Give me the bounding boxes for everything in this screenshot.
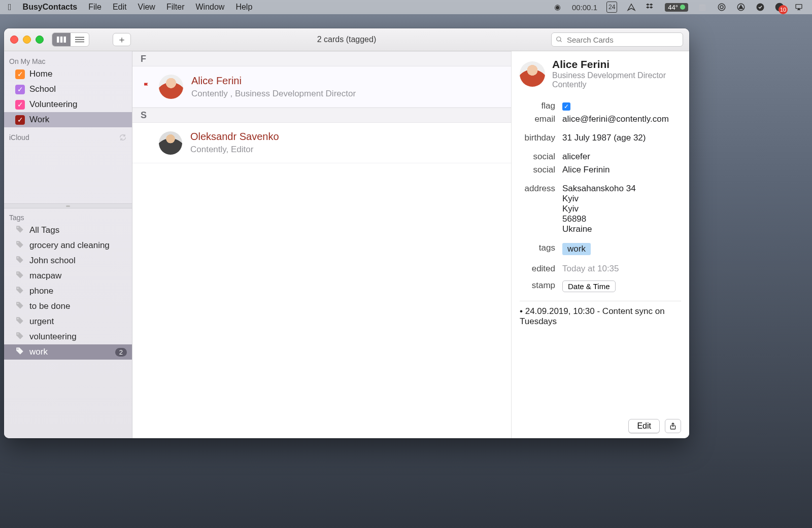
sidebar-tag-phone[interactable]: phone <box>4 284 132 299</box>
card-row[interactable]: Alice Ferini Contently , Business Develo… <box>132 66 511 108</box>
svg-rect-10 <box>75 39 84 40</box>
detail-label-stamp: stamp <box>520 280 555 291</box>
menu-filter[interactable]: Filter <box>166 3 185 12</box>
cloud-sync-icon[interactable]: ▥ <box>697 2 707 12</box>
triangle-icon[interactable] <box>736 2 746 12</box>
apple-menu-icon[interactable]:  <box>8 2 12 13</box>
sidebar-tag-label: volunteering <box>29 332 77 342</box>
detail-pane: Alice Ferini Business Development Direct… <box>512 51 689 438</box>
layout-list-button[interactable] <box>71 33 89 46</box>
svg-point-12 <box>557 37 561 41</box>
stamp-button[interactable]: Date & Time <box>562 280 616 292</box>
detail-label-tags: tags <box>520 243 555 253</box>
record-icon[interactable]: ◉ <box>553 2 563 12</box>
window-close-button[interactable] <box>10 36 18 44</box>
dropbox-icon[interactable] <box>646 2 656 12</box>
svg-point-14 <box>17 227 18 228</box>
tag-icon <box>15 301 24 312</box>
detail-notes[interactable]: • 24.09.2019, 10:30 - Content sync on Tu… <box>520 301 681 327</box>
sidebar-tag-johnschool[interactable]: John school <box>4 253 132 268</box>
menu-view[interactable]: View <box>138 3 155 12</box>
sidebar-group-label: Home <box>29 69 52 79</box>
window-zoom-button[interactable] <box>36 36 44 44</box>
card-name: Oleksandr Savenko <box>190 131 279 143</box>
checkbox-icon: ✓ <box>15 85 25 94</box>
sidebar-tag-urgent[interactable]: urgent <box>4 314 132 329</box>
sidebar-group-work[interactable]: ✓ Work <box>4 112 132 127</box>
search-field[interactable] <box>551 32 683 47</box>
sidebar-section-onmymac: On My Mac ✓ Home ✓ School ✓ Volunteering… <box>4 51 132 127</box>
share-button[interactable] <box>665 419 681 433</box>
tag-icon <box>15 331 24 343</box>
detail-name: Alice Ferini <box>552 58 666 71</box>
sidebar-tag-all[interactable]: All Tags <box>4 223 132 238</box>
sidebar-tag-grocery[interactable]: grocery and cleaning <box>4 238 132 253</box>
detail-value-email[interactable]: alice@ferini@contently.com <box>562 114 681 124</box>
svg-point-20 <box>17 318 18 319</box>
sidebar-tag-macpaw[interactable]: macpaw <box>4 268 132 284</box>
window-minimize-button[interactable] <box>23 36 31 44</box>
svg-rect-11 <box>75 42 84 43</box>
sync-icon[interactable] <box>119 133 127 142</box>
app-window: ＋ 2 cards (tagged) On My Mac ✓ Home ✓ Sc… <box>4 28 689 438</box>
detail-label-social: social <box>520 165 555 175</box>
mac-menubar:  BusyContacts File Edit View Filter Win… <box>0 0 812 14</box>
detail-value-social1[interactable]: alicefer <box>562 152 681 162</box>
notif-icon[interactable]: 10 <box>774 2 785 12</box>
tag-pill[interactable]: work <box>562 243 591 255</box>
detail-value-edited: Today at 10:35 <box>562 264 681 274</box>
sidebar-section-icloud: iCloud <box>4 127 132 143</box>
tag-icon <box>15 286 24 297</box>
card-name: Alice Ferini <box>191 75 356 87</box>
flag-checkbox[interactable]: ✓ <box>562 102 570 111</box>
detail-label-edited: edited <box>520 264 555 274</box>
detail-label-birthday: birthday <box>520 133 555 143</box>
edit-button[interactable]: Edit <box>628 419 660 433</box>
tag-icon <box>15 225 24 236</box>
sidebar-tag-tobedone[interactable]: to be done <box>4 299 132 314</box>
sidebar-tag-label: to be done <box>29 301 70 311</box>
sidebar-group-volunteering[interactable]: ✓ Volunteering <box>4 97 132 112</box>
calendar-date-icon[interactable]: 24 <box>606 2 617 13</box>
sidebar-group-label: Volunteering <box>29 99 78 110</box>
sidebar-section-tags: Tags All Tags grocery and cleaning John … <box>4 208 132 360</box>
airplay-icon[interactable] <box>794 2 804 12</box>
svg-point-17 <box>17 272 18 273</box>
menu-edit[interactable]: Edit <box>113 3 127 12</box>
sidebar-tag-label: grocery and cleaning <box>29 240 110 251</box>
layout-columns-button[interactable] <box>52 33 71 46</box>
sidebar-tag-volunteering[interactable]: volunteering <box>4 329 132 344</box>
detail-label-flag: flag <box>520 101 555 111</box>
search-input[interactable] <box>566 35 679 45</box>
sidebar-tag-label: All Tags <box>29 225 59 235</box>
sidebar-tag-work[interactable]: work 2 <box>4 344 132 360</box>
list-section-letter: F <box>132 51 511 66</box>
menu-file[interactable]: File <box>88 3 101 12</box>
menu-window[interactable]: Window <box>195 3 224 12</box>
weather-temp-pill[interactable]: 44° <box>665 3 688 12</box>
camera-icon[interactable] <box>717 2 727 12</box>
sidebar-group-school[interactable]: ✓ School <box>4 82 132 97</box>
sidebar-tag-label: work <box>29 347 48 357</box>
svg-point-18 <box>17 288 18 289</box>
svg-point-22 <box>17 348 18 349</box>
svg-point-21 <box>17 333 18 334</box>
app-name[interactable]: BusyContacts <box>23 3 78 12</box>
card-row[interactable]: Oleksandr Savenko Contently, Editor <box>132 123 511 163</box>
add-card-button[interactable]: ＋ <box>113 33 131 46</box>
detail-value-social2[interactable]: Alice Ferinin <box>562 165 681 175</box>
detail-label-email: email <box>520 114 555 124</box>
layout-segmented-control[interactable] <box>52 32 89 47</box>
send-icon[interactable] <box>626 2 636 12</box>
sidebar-group-home[interactable]: ✓ Home <box>4 66 132 82</box>
check-circle-icon[interactable] <box>755 2 765 12</box>
checkbox-icon: ✓ <box>15 69 25 79</box>
sidebar-splitter[interactable] <box>4 203 132 208</box>
svg-rect-8 <box>64 37 66 43</box>
menu-help[interactable]: Help <box>235 3 252 12</box>
detail-company: Contently <box>552 80 666 89</box>
tag-icon <box>15 346 24 358</box>
svg-rect-9 <box>75 37 84 38</box>
notif-badge: 10 <box>779 5 788 14</box>
sidebar-section-title-icloud: iCloud <box>4 130 132 143</box>
